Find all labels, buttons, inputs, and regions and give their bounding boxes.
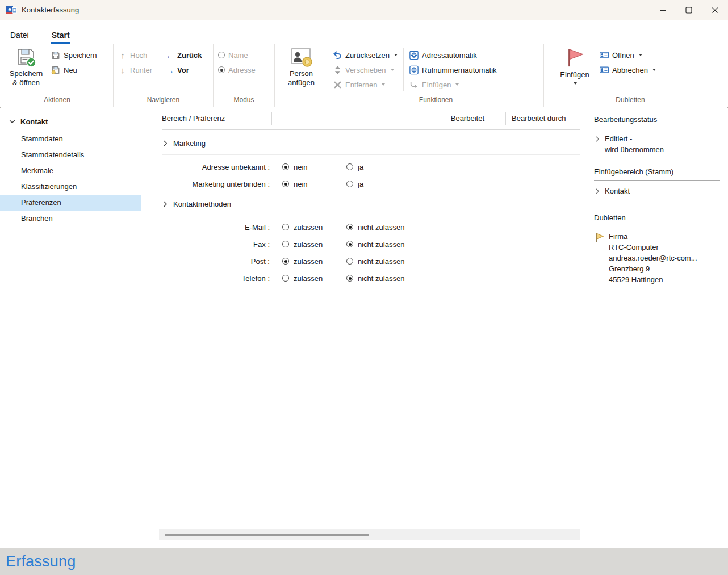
option-nicht-zulassen[interactable]: nicht zulassen — [346, 240, 404, 249]
sidebar-item-merkmale[interactable]: Merkmale — [0, 163, 141, 179]
dubletten-cancel-button[interactable]: Abbrechen — [597, 62, 658, 77]
remove-dropdown-caret — [382, 83, 385, 86]
radio-nicht-zulassen[interactable] — [346, 275, 353, 282]
flag-gold-icon — [595, 232, 604, 243]
save-button[interactable]: Speichern — [49, 48, 99, 62]
option-label: nicht zulassen — [358, 257, 404, 266]
chevron-right-icon — [164, 201, 168, 207]
status-item[interactable]: Editiert - wird übernommen — [594, 128, 720, 155]
row-post: Post : zulassen nicht zulassen — [162, 253, 580, 270]
option-nicht-zulassen[interactable]: nicht zulassen — [346, 257, 404, 266]
option-nicht-zulassen[interactable]: nicht zulassen — [346, 274, 404, 283]
forward-button[interactable]: → Vor — [163, 62, 204, 77]
close-icon — [711, 6, 719, 14]
option-zulassen[interactable]: zulassen — [282, 223, 346, 232]
move-icon — [333, 65, 342, 75]
radio-zulassen[interactable] — [282, 224, 289, 230]
ribbon-tabs: Datei Start — [0, 20, 728, 44]
option-ja[interactable]: ja — [346, 180, 363, 188]
reset-button[interactable]: Zurücksetzen — [330, 48, 400, 62]
dublette-entry[interactable]: Firma RTC-Computer andreas.roeder@rtc-co… — [594, 226, 720, 285]
automatic-icon — [409, 51, 419, 60]
option-zulassen[interactable]: zulassen — [282, 240, 346, 249]
option-label: nicht zulassen — [358, 223, 404, 232]
option-zulassen[interactable]: zulassen — [282, 257, 346, 266]
option-ja[interactable]: ja — [346, 163, 363, 171]
group-person: Person anfügen x — [275, 44, 328, 107]
mode-adresse-radio[interactable]: Adresse — [216, 62, 258, 77]
horizontal-scrollbar[interactable] — [159, 529, 580, 540]
sidebar-item-branchen[interactable]: Branchen — [0, 211, 141, 226]
phone-automatic-button[interactable]: Rufnummernautomatik — [407, 62, 499, 77]
radio-nein[interactable] — [282, 163, 289, 170]
group-dubletten: Einfügen Öffnen — [544, 44, 717, 107]
minimize-icon — [659, 6, 667, 14]
sidebar-item-klassifizierungen[interactable]: Klassifizierungen — [0, 179, 141, 195]
option-label: nicht zulassen — [358, 240, 404, 249]
dublette-details: Firma RTC-Computer andreas.roeder@rtc-co… — [609, 231, 697, 285]
dubletten-insert-button[interactable]: Einfügen — [552, 45, 597, 95]
option-nein[interactable]: nein — [282, 180, 346, 188]
column-bearbeitet[interactable]: Bearbeitet — [451, 114, 484, 123]
tab-datei[interactable]: Datei — [10, 31, 29, 40]
insert-item-kontakt[interactable]: Kontakt — [594, 181, 720, 196]
radio-zulassen[interactable] — [282, 241, 289, 247]
dublette-company: RTC-Computer — [609, 243, 659, 251]
save-open-label-line1: Speichern — [10, 69, 43, 78]
maximize-button[interactable] — [676, 0, 702, 20]
tab-start[interactable]: Start — [52, 31, 70, 40]
dubletten-open-button[interactable]: Öffnen — [597, 48, 658, 62]
radio-nicht-zulassen[interactable] — [346, 241, 353, 247]
row-label: Adresse unbekannt : — [162, 163, 270, 171]
group-label-modus: Modus — [216, 95, 272, 107]
save-open-icon — [16, 47, 36, 68]
option-nein[interactable]: nein — [282, 163, 346, 171]
sidebar-root-kontakt[interactable]: Kontakt — [9, 117, 149, 126]
undo-icon — [333, 51, 342, 60]
option-nicht-zulassen[interactable]: nicht zulassen — [346, 223, 404, 232]
down-button[interactable]: ↓ Runter — [116, 62, 155, 77]
move-button[interactable]: Verschieben — [330, 62, 400, 77]
minimize-button[interactable] — [650, 0, 676, 20]
dublette-street: Grenzberg 9 — [609, 265, 650, 273]
section-marketing[interactable]: Marketing — [162, 132, 580, 155]
option-label: nicht zulassen — [358, 274, 404, 283]
save-and-open-button[interactable]: Speichern & öffnen — [3, 45, 49, 95]
radio-zulassen[interactable] — [282, 258, 289, 265]
arrow-right-icon: → — [166, 65, 174, 75]
row-email: E-Mail : zulassen nicht zulassen — [162, 219, 580, 236]
sidebar-item-stammdatendetails[interactable]: Stammdatendetails — [0, 147, 141, 163]
sidebar-item-stammdaten[interactable]: Stammdaten — [0, 131, 141, 147]
add-person-icon — [290, 47, 313, 68]
dubletten-insert-caret — [574, 82, 577, 85]
close-button[interactable] — [702, 0, 728, 20]
save-icon — [51, 51, 60, 60]
radio-ja[interactable] — [346, 163, 353, 170]
section-kontaktmethoden[interactable]: Kontaktmethoden — [162, 194, 580, 215]
option-zulassen[interactable]: zulassen — [282, 274, 346, 283]
panel-title-bearbeitungsstatus: Bearbeitungsstatus — [594, 115, 720, 124]
address-automatic-button[interactable]: Adressautomatik — [407, 48, 499, 62]
radio-nein[interactable] — [282, 181, 289, 187]
back-button[interactable]: ← Zurück — [163, 48, 204, 62]
remove-button[interactable]: Entfernen — [330, 77, 400, 92]
up-button[interactable]: ↑ Hoch — [116, 48, 155, 62]
radio-nicht-zulassen[interactable] — [346, 224, 353, 230]
radio-nicht-zulassen[interactable] — [346, 258, 353, 265]
radio-zulassen[interactable] — [282, 275, 289, 282]
new-button[interactable]: Neu — [49, 62, 99, 77]
row-fax: Fax : zulassen nicht zulassen — [162, 236, 580, 253]
mode-name-radio[interactable]: Name — [216, 48, 258, 62]
column-bearbeitet-durch[interactable]: Bearbeitet durch — [512, 114, 566, 123]
column-bereich-praeferenz[interactable]: Bereich / Präferenz — [162, 114, 225, 123]
ribbon-content: Speichern & öffnen Speichern — [0, 44, 728, 107]
insert-function-button[interactable]: Einfügen — [407, 77, 499, 92]
radio-ja[interactable] — [346, 181, 353, 187]
move-dropdown-caret — [391, 69, 394, 71]
status-line2: wird übernommen — [605, 145, 664, 154]
sidebar-item-praeferenzen[interactable]: Präferenzen — [0, 195, 141, 211]
right-panel: Bearbeitungsstatus Editiert - wird übern… — [588, 108, 728, 548]
add-person-button[interactable]: Person anfügen — [279, 45, 324, 95]
main-content: Bereich / Präferenz Bearbeitet Bearbeite… — [149, 108, 588, 548]
scrollbar-thumb[interactable] — [165, 534, 369, 536]
